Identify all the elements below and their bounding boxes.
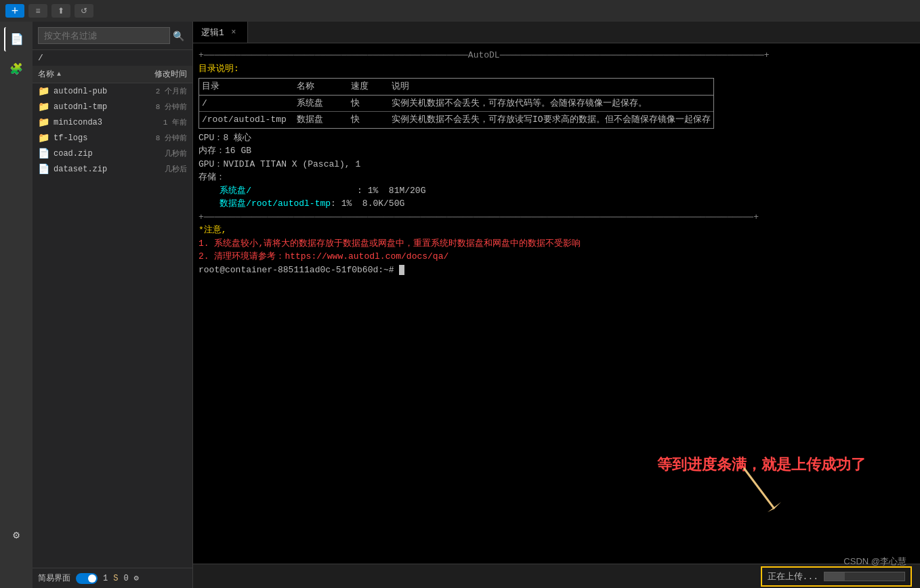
terminal-line: 2. 清理环境请参考：https://www.autodl.com/docs/q… <box>198 250 915 264</box>
sidebar-file-explorer: 🔍 / 名称 ▲ 修改时间 📁 autodnl-pub 2 个月前📁 autod… <box>33 22 192 588</box>
progress-bar-fill <box>824 572 845 581</box>
refresh-button[interactable]: ↺ <box>75 4 93 18</box>
file-name: tf-logs <box>54 133 133 143</box>
sidebar-bottom: 简易界面 1 S 0 ⚙ <box>33 568 192 588</box>
list-item[interactable]: 📁 miniconda3 1 年前 <box>33 114 192 130</box>
terminal-line: 数据盘/root/autodl-tmp: 1% 8.0K/50G <box>198 197 915 211</box>
terminal-line: 1. 系统盘较小,请将大的数据存放于数据盘或网盘中，重置系统时数据盘和网盘中的数… <box>198 237 915 251</box>
svg-marker-1 <box>768 502 781 512</box>
toolbar-btn-1[interactable]: ≡ <box>28 4 47 18</box>
search-input[interactable] <box>38 27 170 44</box>
terminal-line: +───────────────────────────────────────… <box>198 211 915 224</box>
terminal-line: 系统盘/ : 1% 81M/20G <box>198 184 915 198</box>
tab-close-button[interactable]: × <box>228 27 239 38</box>
sidebar-nav-files[interactable]: 📄 <box>4 27 28 51</box>
terminal-tab-1[interactable]: 逻辑1 × <box>193 22 248 43</box>
terminal-line: root@container-885111ad0c-51f0b60d:~# <box>198 264 915 277</box>
terminal-line: 目录说明: <box>198 62 915 76</box>
terminal-line: CPU：8 核心 <box>198 131 915 145</box>
new-file-button[interactable]: + <box>5 4 24 18</box>
toggle-knob <box>88 574 96 583</box>
watermark: CSDN @李心慧 <box>843 555 906 568</box>
list-item[interactable]: 📁 autodnl-tmp 8 分钟前 <box>33 99 192 114</box>
terminal-line: 存储： <box>198 171 915 184</box>
terminal-line: GPU：NVIDIA TITAN X (Pascal), 1 <box>198 158 915 171</box>
file-icon: 📄 <box>38 148 49 159</box>
progress-bar-container <box>824 572 905 581</box>
status-s: S <box>113 574 118 583</box>
folder-icon: 📁 <box>38 101 49 112</box>
file-time: 2 个月前 <box>133 86 187 96</box>
breadcrumb: / <box>33 50 192 66</box>
col-name-header[interactable]: 名称 ▲ <box>38 68 133 80</box>
terminal-table: 目录名称速度说明/系统盘快实例关机数据不会丢失，可存放代码等。会随保存镜像一起保… <box>198 78 714 129</box>
folder-icon: 📁 <box>38 85 49 97</box>
simple-mode-toggle[interactable] <box>76 573 98 584</box>
file-name: dataset.zip <box>54 165 133 174</box>
sidebar-nav-extensions[interactable]: 🧩 <box>4 57 28 81</box>
terminal-footer: 正在上传... <box>193 564 920 588</box>
table-row: /系统盘快实例关机数据不会丢失，可存放代码等。会随保存镜像一起保存。 <box>199 96 713 112</box>
simple-mode-label: 简易界面 <box>38 572 70 584</box>
terminal-tab-bar: 逻辑1 × <box>193 22 920 43</box>
list-item[interactable]: 📁 tf-logs 8 分钟前 <box>33 130 192 146</box>
file-name: autodnl-pub <box>54 87 133 96</box>
sidebar-nav-settings[interactable]: ⚙ <box>4 523 28 547</box>
file-time: 8 分钟前 <box>133 133 187 143</box>
terminal-line: *注意, <box>198 224 915 237</box>
search-button[interactable]: 🔍 <box>170 28 187 44</box>
terminal-content[interactable]: +───────────────────────────────────────… <box>193 43 920 564</box>
folder-icon: 📁 <box>38 117 49 128</box>
terminal-line: +───────────────────────────────────────… <box>198 49 915 62</box>
upload-arrow-annotation <box>730 465 785 524</box>
upload-success-annotation: 等到进度条满，就是上传成功了 <box>657 453 866 476</box>
file-time: 8 分钟前 <box>133 102 187 112</box>
file-name: coad.zip <box>54 149 133 159</box>
file-time: 几秒前 <box>133 148 187 159</box>
file-list-header: 名称 ▲ 修改时间 <box>33 66 192 83</box>
list-item[interactable]: 📄 dataset.zip 几秒后 <box>33 161 192 177</box>
file-time: 几秒后 <box>133 164 187 174</box>
tab-label: 逻辑1 <box>201 26 224 39</box>
col-time-header: 修改时间 <box>133 68 187 80</box>
toolbar-btn-2[interactable]: ⬆ <box>51 4 70 18</box>
status-1: 1 <box>103 574 108 583</box>
table-row: /root/autodl-tmp数据盘快实例关机数据不会丢失，可存放读写IO要求… <box>199 112 713 128</box>
terminal-line: 目录名称速度说明/系统盘快实例关机数据不会丢失，可存放代码等。会随保存镜像一起保… <box>198 75 915 131</box>
status-0: 0 <box>123 574 128 583</box>
gear-icon[interactable]: ⚙ <box>134 573 139 583</box>
search-bar: 🔍 <box>33 22 192 50</box>
file-list: 📁 autodnl-pub 2 个月前📁 autodnl-tmp 8 分钟前📁 … <box>33 83 192 568</box>
terminal-line: 内存：16 GB <box>198 144 915 158</box>
sidebar-icon-rail: 📄 🧩 ⚙ <box>0 22 33 588</box>
upload-label: 正在上传... <box>768 570 818 583</box>
file-icon: 📄 <box>38 163 49 175</box>
top-bar: + ≡ ⬆ ↺ <box>0 0 920 22</box>
list-item[interactable]: 📄 coad.zip 几秒前 <box>33 146 192 161</box>
svg-line-0 <box>744 468 774 509</box>
sidebar: 📄 🧩 ⚙ 🔍 / 名称 ▲ 修改时间 📁 autodnl-pub 2 个月前📁… <box>0 22 193 588</box>
file-name: autodnl-tmp <box>54 102 133 112</box>
file-name: miniconda3 <box>54 118 133 127</box>
folder-icon: 📁 <box>38 132 49 144</box>
upload-status: 正在上传... <box>761 566 912 587</box>
file-time: 1 年前 <box>133 117 187 127</box>
main-layout: 📄 🧩 ⚙ 🔍 / 名称 ▲ 修改时间 📁 autodnl-pub 2 个月前📁… <box>0 22 920 588</box>
list-item[interactable]: 📁 autodnl-pub 2 个月前 <box>33 83 192 99</box>
terminal-table-header: 目录名称速度说明 <box>199 79 713 96</box>
terminal-area: 逻辑1 × +─────────────────────────────────… <box>193 22 920 588</box>
